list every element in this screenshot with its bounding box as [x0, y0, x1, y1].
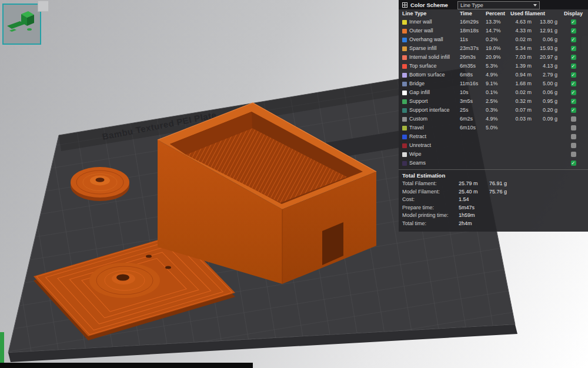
- line-type-used-m: 0.02 m: [510, 88, 536, 97]
- total-value-g: [489, 204, 522, 212]
- total-row: Cost: 1.54: [402, 196, 584, 204]
- line-type-used-m: 1.39 m: [510, 62, 536, 71]
- line-type-used-g: 20.97 g: [536, 53, 562, 62]
- line-type-time: 6m35s: [460, 62, 486, 71]
- total-value-g: [489, 196, 522, 204]
- total-row: Model printing time: 1h59m: [402, 212, 584, 220]
- display-checkbox[interactable]: [571, 37, 576, 42]
- line-type-color-swatch: [402, 73, 407, 78]
- display-checkbox[interactable]: [571, 90, 576, 95]
- col-display: Display: [562, 9, 584, 18]
- line-type-used-g: 4.13 g: [536, 62, 562, 71]
- line-type-used-g: 15.93 g: [536, 44, 562, 53]
- legend-header-bar: Color Scheme Line Type: [399, 0, 588, 9]
- total-label: Model Filament:: [402, 188, 459, 196]
- display-checkbox[interactable]: [571, 72, 576, 78]
- total-row: Prepare time: 5m47s: [402, 204, 584, 212]
- line-type-row: Sparse infill 23m37s 19.0% 5.34 m 15.93 …: [399, 44, 588, 53]
- total-value-m: 2h4m: [459, 220, 489, 228]
- line-type-used-g: 2.79 g: [536, 71, 562, 79]
- color-scheme-title: Color Scheme: [410, 2, 448, 8]
- line-type-color-swatch: [402, 46, 407, 51]
- line-type-name: Unretract: [409, 141, 460, 150]
- line-type-percent: 0.3%: [486, 106, 510, 115]
- total-value-m: 25.79 m: [459, 180, 489, 188]
- display-checkbox[interactable]: [571, 116, 576, 122]
- line-type-percent: 19.0%: [486, 44, 510, 53]
- display-checkbox[interactable]: [571, 108, 576, 113]
- display-checkbox[interactable]: [571, 143, 576, 148]
- line-type-used-m: 1.68 m: [510, 79, 536, 88]
- line-type-time: 3m5s: [460, 97, 486, 106]
- line-type-used-m: 0.32 m: [510, 97, 536, 106]
- line-type-time: 16m29s: [460, 18, 486, 26]
- line-type-name: Internal solid infill: [409, 53, 460, 62]
- total-estimation-section: Total Estimation Total Filament: 25.79 m…: [399, 169, 588, 230]
- line-type-time: 11m16s: [460, 79, 486, 88]
- line-type-used-m: 0.07 m: [510, 106, 536, 115]
- line-type-row: Bridge 11m16s 9.1% 1.68 m 5.00 g: [399, 79, 588, 88]
- line-type-color-swatch: [402, 117, 407, 122]
- bottom-bar: [0, 363, 253, 368]
- display-checkbox[interactable]: [571, 160, 576, 166]
- display-checkbox[interactable]: [571, 55, 576, 60]
- display-checkbox[interactable]: [571, 19, 576, 25]
- display-checkbox[interactable]: [571, 46, 576, 51]
- line-type-row: Custom 6m2s 4.9% 0.03 m 0.09 g: [399, 115, 588, 123]
- line-type-name: Outer wall: [409, 26, 460, 35]
- total-value-m: 25.40 m: [459, 188, 489, 196]
- line-type-color-swatch: [402, 135, 407, 139]
- dropdown-caret-icon: [533, 4, 537, 6]
- line-type-name: Bottom surface: [409, 71, 460, 79]
- line-type-row: Wipe: [399, 150, 588, 159]
- line-type-color-swatch: [402, 20, 407, 25]
- line-type-name: Travel: [409, 123, 460, 132]
- color-scheme-icon: [402, 2, 407, 8]
- line-type-percent: 2.5%: [486, 97, 510, 106]
- display-checkbox[interactable]: [571, 63, 576, 69]
- display-checkbox[interactable]: [571, 152, 576, 157]
- line-type-row: Inner wall 16m29s 13.3% 4.63 m 13.80 g: [399, 18, 588, 26]
- line-type-row: Gap infill 10s 0.1% 0.02 m 0.06 g: [399, 88, 588, 97]
- total-value-g: [489, 212, 522, 220]
- line-type-color-swatch: [402, 82, 407, 86]
- line-type-color-swatch: [402, 99, 407, 104]
- line-type-name: Custom: [409, 115, 460, 123]
- line-type-used-m: 4.63 m: [510, 18, 536, 26]
- line-type-percent: 4.9%: [486, 115, 510, 123]
- line-type-used-m: 7.03 m: [510, 53, 536, 62]
- line-type-percent: 0.1%: [486, 88, 510, 97]
- line-type-time: 18m18s: [460, 26, 486, 35]
- line-type-time: 6m2s: [460, 115, 486, 123]
- line-type-used-g: 12.91 g: [536, 26, 562, 35]
- line-type-row: Retract: [399, 132, 588, 141]
- legend-table-header: Line Type Time Percent Used filament Dis…: [399, 9, 588, 18]
- line-type-time: 11s: [460, 35, 486, 44]
- total-row: Model Filament: 25.40 m 75.76 g: [402, 188, 584, 196]
- line-type-time: 10s: [460, 88, 486, 97]
- display-checkbox[interactable]: [571, 134, 576, 139]
- view-type-dropdown[interactable]: Line Type: [457, 1, 540, 9]
- line-type-color-swatch: [402, 55, 407, 60]
- total-label: Cost:: [402, 196, 459, 204]
- line-type-percent: 14.7%: [486, 26, 510, 35]
- object-thumbnail-selected[interactable]: [2, 4, 41, 45]
- line-type-used-g: 0.20 g: [536, 106, 562, 115]
- line-type-color-swatch: [402, 91, 407, 95]
- line-type-color-swatch: [402, 64, 407, 69]
- line-type-used-g: 0.95 g: [536, 97, 562, 106]
- line-type-name: Inner wall: [409, 18, 460, 26]
- display-checkbox[interactable]: [571, 99, 576, 104]
- line-type-row: Travel 6m10s 5.0%: [399, 123, 588, 132]
- display-checkbox[interactable]: [571, 81, 576, 86]
- model-disc[interactable]: [71, 167, 129, 201]
- display-checkbox[interactable]: [571, 125, 576, 131]
- display-checkbox[interactable]: [571, 28, 576, 34]
- line-type-name: Sparse infill: [409, 44, 460, 53]
- line-type-percent: 5.3%: [486, 62, 510, 71]
- line-type-row: Top surface 6m35s 5.3% 1.39 m 4.13 g: [399, 62, 588, 71]
- thumbnail-slot-button[interactable]: [38, 1, 49, 12]
- line-type-name: Retract: [409, 132, 460, 141]
- line-type-row: Outer wall 18m18s 14.7% 4.33 m 12.91 g: [399, 26, 588, 35]
- total-value-g: 76.91 g: [489, 180, 522, 188]
